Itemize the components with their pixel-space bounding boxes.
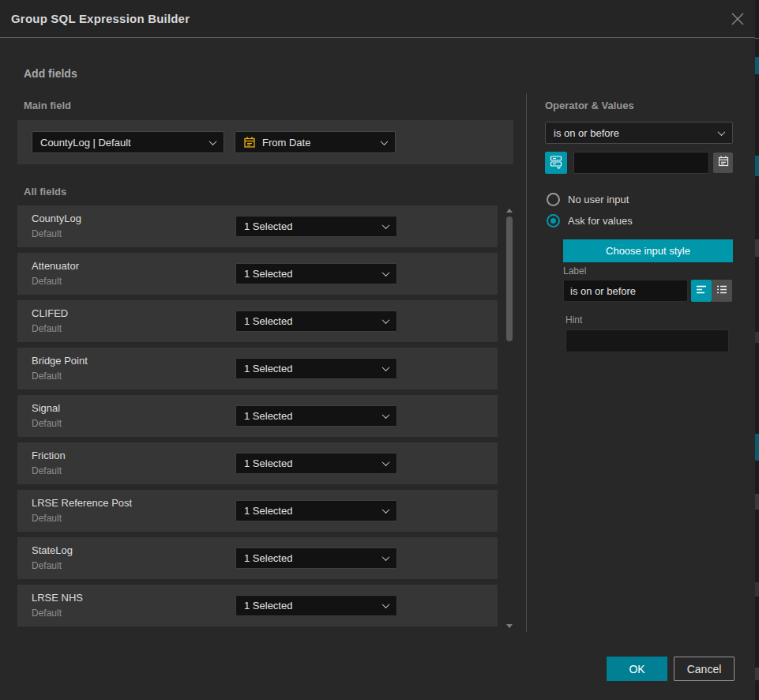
scrollbar-down-arrow[interactable] <box>506 624 513 628</box>
field-sublabel: Default <box>32 276 62 287</box>
chevron-down-icon <box>382 458 390 466</box>
main-dataset-value: CountyLog | Default <box>40 137 131 149</box>
field-sublabel: Default <box>32 465 62 476</box>
field-selection-dropdown[interactable]: 1 Selected <box>235 310 397 332</box>
background-sliver <box>755 582 759 597</box>
chevron-down-icon <box>382 221 390 229</box>
field-selection-value: 1 Selected <box>244 410 292 422</box>
radio-selected-icon <box>547 214 560 228</box>
unique-values-button[interactable] <box>545 152 567 174</box>
field-name: LRSE NHS <box>32 592 83 604</box>
field-selection-dropdown[interactable]: 1 Selected <box>235 405 397 427</box>
field-name: CLIFED <box>32 307 68 319</box>
radio-ask-for-values[interactable]: Ask for values <box>547 214 633 228</box>
background-app-strip <box>755 0 759 700</box>
background-sliver <box>755 332 759 343</box>
ok-button[interactable]: OK <box>607 657 667 681</box>
chevron-down-icon <box>382 411 390 419</box>
field-name: LRSE Reference Post <box>32 497 132 509</box>
field-selection-value: 1 Selected <box>244 505 292 517</box>
operator-dropdown[interactable]: is on or before <box>545 122 733 144</box>
background-sliver <box>755 434 759 461</box>
chevron-down-icon <box>381 137 389 145</box>
input-style-list-button[interactable] <box>712 280 732 302</box>
field-selection-value: 1 Selected <box>244 220 292 232</box>
main-field-panel: CountyLog | Default From Date <box>17 120 513 164</box>
field-sublabel: Default <box>32 560 62 571</box>
scrollbar-thumb[interactable] <box>506 216 513 341</box>
background-sliver <box>755 38 759 39</box>
radio-no-user-input[interactable]: No user input <box>547 193 629 206</box>
field-row: CLIFED Default 1 Selected <box>17 300 498 342</box>
align-left-icon <box>695 283 708 299</box>
field-sublabel: Default <box>32 323 62 334</box>
operator-values-heading: Operator & Values <box>545 100 634 111</box>
field-sublabel: Default <box>32 371 62 382</box>
main-field-value: From Date <box>262 137 310 149</box>
field-selection-value: 1 Selected <box>244 600 292 612</box>
background-sliver <box>755 668 759 680</box>
group-sql-expression-builder-dialog: Group SQL Expression Builder Add fields … <box>0 0 759 700</box>
unique-values-icon <box>549 154 563 172</box>
field-selection-dropdown[interactable]: 1 Selected <box>235 216 397 237</box>
field-selection-dropdown[interactable]: 1 Selected <box>235 595 397 616</box>
calendar-icon <box>717 155 730 171</box>
background-sliver <box>755 494 759 510</box>
chevron-down-icon <box>382 269 390 277</box>
chevron-down-icon <box>382 506 390 514</box>
chevron-down-icon <box>209 137 217 145</box>
list-icon <box>716 283 728 299</box>
input-style-text-button[interactable] <box>691 280 712 302</box>
background-sliver <box>755 57 759 74</box>
field-row: CountyLog Default 1 Selected <box>17 205 498 247</box>
field-row: Attenuator Default 1 Selected <box>17 253 498 295</box>
field-row: Signal Default 1 Selected <box>17 395 498 437</box>
chevron-down-icon <box>382 316 390 324</box>
field-name: Bridge Point <box>32 355 88 367</box>
field-row: StateLog Default 1 Selected <box>17 537 498 579</box>
field-selection-value: 1 Selected <box>244 268 292 280</box>
dialog-titlebar: Group SQL Expression Builder <box>0 0 759 38</box>
field-row: Friction Default 1 Selected <box>17 442 498 484</box>
label-caption: Label <box>563 265 586 277</box>
label-input[interactable] <box>563 280 688 302</box>
field-row: Bridge Point Default 1 Selected <box>17 348 498 390</box>
panel-divider <box>526 93 527 632</box>
field-selection-dropdown[interactable]: 1 Selected <box>235 548 397 569</box>
field-sublabel: Default <box>32 513 62 524</box>
add-fields-heading: Add fields <box>24 67 77 80</box>
field-selection-dropdown[interactable]: 1 Selected <box>235 453 397 474</box>
field-selection-value: 1 Selected <box>244 552 292 564</box>
field-row: LRSE Reference Post Default 1 Selected <box>17 490 498 532</box>
radio-ask-for-values-label: Ask for values <box>568 215 633 227</box>
field-selection-value: 1 Selected <box>244 363 292 374</box>
dialog-title: Group SQL Expression Builder <box>11 0 190 38</box>
field-sublabel: Default <box>32 228 62 239</box>
field-name: Attenuator <box>32 260 79 272</box>
field-selection-value: 1 Selected <box>244 315 292 327</box>
operator-value: is on or before <box>554 127 619 139</box>
main-field-heading: Main field <box>24 100 71 111</box>
date-field-calendar-icon <box>243 136 256 149</box>
cancel-button[interactable]: Cancel <box>674 657 735 681</box>
field-name: StateLog <box>32 544 73 556</box>
choose-input-style-button[interactable]: Choose input style <box>563 239 733 262</box>
field-selection-dropdown[interactable]: 1 Selected <box>235 263 397 284</box>
date-value-input[interactable] <box>573 152 709 174</box>
chevron-down-icon <box>382 553 390 561</box>
field-name: Signal <box>32 402 60 414</box>
radio-no-user-input-label: No user input <box>568 194 629 205</box>
scrollbar-up-arrow[interactable] <box>506 209 513 213</box>
main-field-dropdown[interactable]: From Date <box>235 131 396 153</box>
field-name: Friction <box>32 450 66 461</box>
all-fields-heading: All fields <box>24 186 66 198</box>
date-picker-button[interactable] <box>713 152 733 173</box>
main-dataset-dropdown[interactable]: CountyLog | Default <box>32 131 224 153</box>
field-row: LRSE NHS Default 1 Selected <box>17 585 498 627</box>
field-selection-dropdown[interactable]: 1 Selected <box>235 358 397 379</box>
field-selection-dropdown[interactable]: 1 Selected <box>235 500 397 521</box>
chevron-down-icon <box>718 128 726 136</box>
hint-caption: Hint <box>565 314 582 326</box>
close-icon[interactable] <box>729 10 746 28</box>
hint-input[interactable] <box>565 329 729 352</box>
